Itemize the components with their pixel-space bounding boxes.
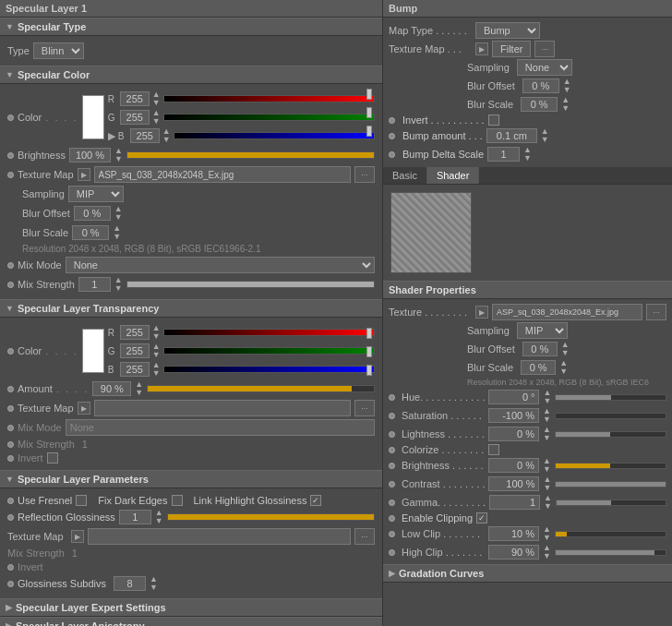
sp-bright-sp[interactable]: ▲▼ <box>543 457 551 474</box>
map-type-dropdown[interactable]: Bump <box>475 22 540 39</box>
g-spinner[interactable]: ▲▼ <box>152 109 161 126</box>
sp-bluroff-in[interactable] <box>522 342 558 356</box>
sat-slider[interactable] <box>555 413 666 419</box>
bump-amount-input[interactable] <box>486 128 537 143</box>
tb-spinner[interactable]: ▲▼ <box>152 361 161 378</box>
enable-clip-check[interactable] <box>476 512 487 524</box>
bump-blursc-sp[interactable]: ▲▼ <box>561 96 570 113</box>
tr-spinner[interactable]: ▲▼ <box>152 324 161 341</box>
colorize-check[interactable] <box>488 444 499 455</box>
bump-amt-sp[interactable]: ▲▼ <box>541 127 549 144</box>
tr-input[interactable] <box>120 325 150 340</box>
tex-play-btn[interactable]: ▶ <box>78 168 90 181</box>
specular-color-header[interactable]: ▼ Specular Color <box>0 66 382 84</box>
amount-input[interactable] <box>92 381 131 396</box>
high-clip-input[interactable] <box>488 545 539 560</box>
high-clip-sp[interactable]: ▲▼ <box>543 544 551 560</box>
color-swatch[interactable] <box>82 95 104 139</box>
gamma-input[interactable] <box>489 495 540 510</box>
lightness-input[interactable] <box>488 427 539 441</box>
bump-delta-input[interactable] <box>487 147 520 162</box>
mix-strength-input[interactable] <box>78 277 111 292</box>
mix-str-spinner[interactable]: ▲▼ <box>114 276 123 293</box>
tr-slider[interactable] <box>163 329 375 336</box>
fix-dark-check[interactable] <box>172 495 183 506</box>
grad-curves-header[interactable]: ▶ Gradation Curves <box>383 564 672 583</box>
blur-offset-input[interactable] <box>74 206 111 221</box>
sp-bluroff-sp[interactable]: ▲▼ <box>561 341 570 357</box>
params-tex-input[interactable] <box>88 528 351 545</box>
link-hl-check[interactable] <box>310 495 321 506</box>
bump-blursc-in[interactable] <box>521 97 558 112</box>
mix-str-slider[interactable] <box>126 281 375 288</box>
sp-tex-input[interactable] <box>492 304 642 320</box>
bump-delta-sp[interactable]: ▲▼ <box>523 146 532 163</box>
brightness-input[interactable] <box>69 148 111 163</box>
anisotropy-header[interactable]: ▶ Specular Layer Anisotropy <box>0 617 382 626</box>
bump-tex-more[interactable]: ··· <box>534 41 555 57</box>
b-slider[interactable] <box>174 132 375 139</box>
sp-tex-play[interactable]: ▶ <box>475 306 488 319</box>
trans-color-swatch[interactable] <box>82 329 104 373</box>
sp-bright-slider[interactable] <box>555 463 666 469</box>
params-tex-more[interactable]: ··· <box>354 528 375 545</box>
tg-spinner[interactable]: ▲▼ <box>152 343 161 359</box>
low-clip-sp[interactable]: ▲▼ <box>543 525 551 542</box>
tg-input[interactable] <box>120 343 150 358</box>
trans-tex-play[interactable]: ▶ <box>78 402 90 415</box>
brightness-spinner[interactable]: ▲▼ <box>114 147 123 163</box>
specular-params-header[interactable]: ▼ Specular Layer Parameters <box>0 470 382 488</box>
filter-button[interactable]: Filter <box>492 41 531 57</box>
hue-input[interactable] <box>488 390 539 404</box>
sp-bright-input[interactable] <box>488 458 539 473</box>
high-clip-slider[interactable] <box>555 549 666 556</box>
tb-slider[interactable] <box>163 366 375 373</box>
params-tex-play[interactable]: ▶ <box>71 530 84 543</box>
blur-scale-input[interactable] <box>72 225 109 240</box>
r-slider[interactable] <box>163 95 375 102</box>
g-slider[interactable] <box>163 114 375 121</box>
gloss-sub-spinner[interactable]: ▲▼ <box>150 575 158 592</box>
tb-input[interactable] <box>120 362 150 377</box>
sat-spinner[interactable]: ▲▼ <box>543 407 551 424</box>
r-spinner[interactable]: ▲▼ <box>152 90 161 107</box>
type-dropdown[interactable]: Blinn <box>33 42 84 59</box>
lightness-slider[interactable] <box>555 431 666 438</box>
trans-tex-input[interactable] <box>94 400 351 416</box>
hue-slider[interactable] <box>555 394 666 401</box>
gloss-sub-input[interactable] <box>114 576 146 591</box>
bump-invert-check[interactable] <box>488 114 499 126</box>
sampling-dropdown[interactable]: MIP <box>68 186 124 202</box>
tab-basic[interactable]: Basic <box>383 167 427 184</box>
gamma-slider[interactable] <box>556 500 666 506</box>
refl-gloss-slider[interactable] <box>167 513 375 521</box>
sp-tex-more[interactable]: ··· <box>646 304 666 320</box>
sp-blursc-in[interactable] <box>521 360 556 375</box>
bump-bluroff-in[interactable] <box>522 78 559 93</box>
refl-gloss-spinner[interactable]: ▲▼ <box>155 509 163 525</box>
bump-sampling-dd[interactable]: None <box>517 59 572 76</box>
blur-scale-spinner[interactable]: ▲▼ <box>113 224 121 241</box>
tg-slider[interactable] <box>163 347 375 355</box>
trans-tex-more[interactable]: ··· <box>354 400 375 416</box>
amount-spinner[interactable]: ▲▼ <box>135 380 143 397</box>
low-clip-slider[interactable] <box>555 531 666 537</box>
amount-slider[interactable] <box>147 385 375 392</box>
sat-input[interactable] <box>488 408 539 423</box>
tex-file-input[interactable] <box>94 166 351 183</box>
mix-mode-dropdown[interactable]: None <box>66 257 375 273</box>
b-input[interactable] <box>130 128 160 143</box>
refl-gloss-input[interactable] <box>119 510 151 524</box>
fresnel-check[interactable] <box>76 495 87 506</box>
sp-sampling-dd[interactable]: MIP <box>517 322 568 339</box>
specular-trans-header[interactable]: ▼ Specular Layer Transparency <box>0 299 382 318</box>
low-clip-input[interactable] <box>488 526 539 541</box>
b-spinner[interactable]: ▲▼ <box>162 127 171 144</box>
hue-spinner[interactable]: ▲▼ <box>543 389 551 405</box>
expert-header[interactable]: ▶ Specular Layer Expert Settings <box>0 598 382 617</box>
r-input[interactable] <box>120 91 150 106</box>
trans-mix-input[interactable] <box>66 419 375 436</box>
g-input[interactable] <box>120 110 150 125</box>
contrast-slider[interactable] <box>555 481 666 488</box>
specular-type-header[interactable]: ▼ Specular Type <box>0 18 382 36</box>
